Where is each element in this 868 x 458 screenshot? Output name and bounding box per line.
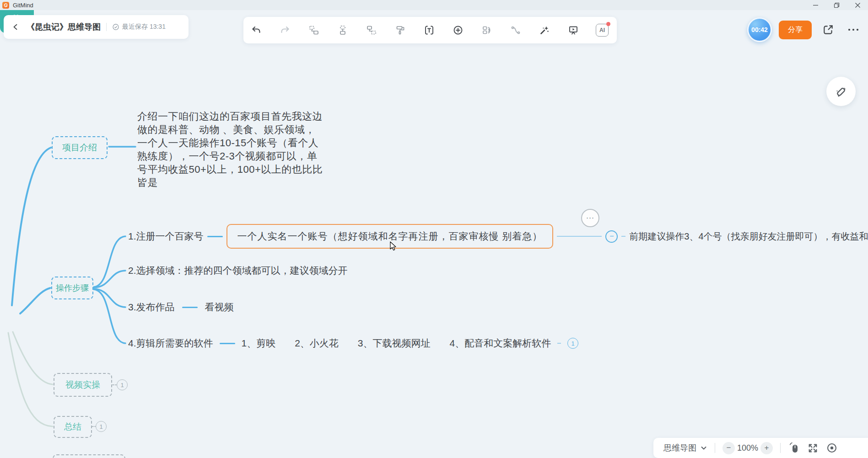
ai-notification-dot (606, 22, 610, 26)
titlebar: GitMind (0, 0, 868, 10)
focus-eye-icon[interactable] (826, 442, 838, 454)
insert-child-node-icon[interactable] (333, 20, 353, 40)
document-title: 《昆虫记》思维导图 (27, 21, 101, 32)
view-mode-select[interactable]: 思维导图 (663, 442, 696, 453)
minimize-button[interactable] (805, 0, 826, 10)
zoom-in-button[interactable]: + (760, 442, 773, 454)
branch-line (557, 236, 602, 237)
branch-dash (207, 236, 223, 237)
node-step1[interactable]: 1.注册一个百家号 (128, 230, 204, 243)
share-button[interactable]: 分享 (779, 21, 812, 39)
back-button[interactable] (10, 21, 22, 33)
close-button[interactable] (847, 0, 868, 10)
node-step1-grandchild[interactable]: 前期建议操作3、4个号（找亲朋好友注册即可），有收益和他们 (629, 230, 868, 243)
divider (106, 23, 107, 31)
one-click-beautify-button[interactable] (826, 77, 856, 106)
step1-row: 1.注册一个百家号 一个人实名一个账号（想好领域和名字再注册，百家审核慢 别着急… (128, 224, 868, 249)
ai-icon-label: AI (599, 27, 605, 33)
gitmind-logo-icon (2, 2, 9, 9)
redo-icon[interactable] (275, 20, 295, 40)
insert-node-icon[interactable] (448, 20, 468, 40)
insert-parent-node-icon[interactable] (361, 20, 382, 40)
ai-beautify-wand-icon[interactable] (534, 20, 555, 40)
window-controls (805, 0, 868, 10)
ai-assistant-icon[interactable]: AI (592, 20, 612, 40)
format-painter-icon[interactable] (390, 20, 410, 40)
chevron-down-icon[interactable] (700, 444, 707, 452)
main-toolbar: AI (243, 17, 617, 43)
view-controls-bar: 思维导图 − 100% + (653, 438, 868, 458)
session-timer[interactable]: 00:42 (747, 17, 772, 42)
undo-icon[interactable] (246, 20, 266, 40)
branch-line (621, 236, 625, 237)
summary-icon[interactable] (477, 20, 497, 40)
saved-check-icon (112, 23, 119, 31)
insert-sibling-node-icon[interactable] (304, 20, 324, 40)
divider (715, 443, 715, 453)
relation-line-icon[interactable] (506, 20, 526, 40)
app-title: GitMind (13, 2, 33, 9)
drag-mode-mouse-icon[interactable] (788, 442, 800, 454)
collapse-toggle[interactable]: − (605, 230, 618, 243)
mouse-cursor (390, 241, 399, 251)
zoom-out-button[interactable]: − (722, 442, 735, 454)
fit-screen-icon[interactable] (807, 442, 819, 454)
zoom-level: 100% (735, 443, 760, 453)
save-status: 最近保存 13:31 (122, 23, 166, 31)
insert-text-icon[interactable] (419, 20, 439, 40)
presentation-icon[interactable] (563, 20, 583, 40)
restore-button[interactable] (826, 0, 847, 10)
node-more-options-button[interactable]: ⋯ (581, 209, 599, 227)
gitmind-window: GitMind 《昆虫记》思维导图 最近保存 13:31 (0, 0, 868, 458)
document-header: 《昆虫记》思维导图 最近保存 13:31 (4, 15, 189, 39)
divider (780, 443, 781, 453)
